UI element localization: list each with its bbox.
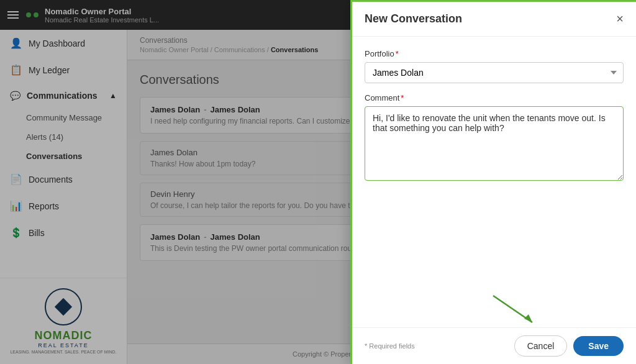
- new-conversation-modal: New Conversation × Portfolio* James Dola…: [350, 0, 636, 364]
- modal-footer: * Required fields Cancel Save: [352, 327, 636, 364]
- portfolio-required-marker: *: [396, 49, 399, 58]
- portfolio-label: Portfolio*: [365, 49, 624, 58]
- modal-title: New Conversation: [365, 12, 462, 25]
- modal-header: New Conversation ×: [352, 2, 636, 37]
- portfolio-field-group: Portfolio* James Dolan: [365, 49, 624, 83]
- required-note: * Required fields: [365, 342, 415, 350]
- svg-marker-1: [524, 314, 532, 322]
- comment-required-marker: *: [401, 93, 404, 102]
- arrow-annotation: [490, 293, 540, 327]
- modal-overlay: New Conversation × Portfolio* James Dola…: [0, 0, 636, 364]
- save-button[interactable]: Save: [573, 336, 624, 356]
- portfolio-select[interactable]: James Dolan: [365, 62, 624, 83]
- comment-field-group: Comment* Hi, I'd like to renovate the un…: [365, 93, 624, 183]
- modal-body: Portfolio* James Dolan Comment* Hi, I'd …: [352, 37, 636, 327]
- modal-close-button[interactable]: ×: [616, 12, 624, 26]
- cancel-button[interactable]: Cancel: [514, 335, 568, 357]
- comment-label: Comment*: [365, 93, 624, 102]
- comment-textarea[interactable]: Hi, I'd like to renovate the unit when t…: [365, 106, 624, 181]
